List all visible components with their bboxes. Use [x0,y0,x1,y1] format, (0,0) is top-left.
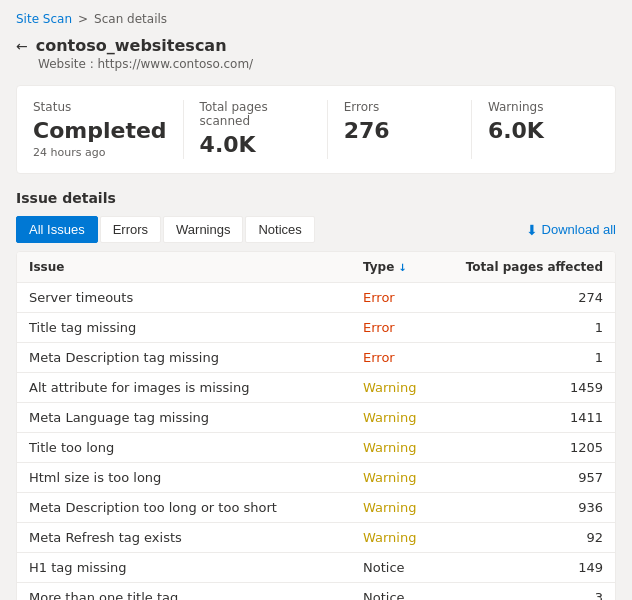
stat-errors-value: 276 [344,118,455,144]
stat-status: Status Completed 24 hours ago [33,100,184,159]
tab-warnings[interactable]: Warnings [163,216,243,243]
issue-type: Notice [363,560,463,575]
issue-pages: 92 [463,530,603,545]
table-row: Meta Language tag missing Warning 1411 [17,403,615,433]
breadcrumb-separator: > [78,12,88,26]
download-label: Download all [542,222,616,237]
issue-pages: 1 [463,320,603,335]
table-row: Meta Refresh tag exists Warning 92 [17,523,615,553]
tab-errors[interactable]: Errors [100,216,161,243]
table-row: Title tag missing Error 1 [17,313,615,343]
table-row: Meta Description tag missing Error 1 [17,343,615,373]
stat-pages-scanned-label: Total pages scanned [200,100,311,128]
stat-warnings: Warnings 6.0K [488,100,599,159]
tabs-row: All Issues Errors Warnings Notices ⬇ Dow… [16,216,616,243]
download-icon: ⬇ [526,222,538,238]
table-row: Title too long Warning 1205 [17,433,615,463]
page-header: ← contoso_websitescan [16,36,616,55]
table-header: Issue Type ↓ Total pages affected [17,252,615,283]
stat-status-sub: 24 hours ago [33,146,167,159]
issue-type: Warning [363,410,463,425]
issue-pages: 1411 [463,410,603,425]
download-all-button[interactable]: ⬇ Download all [526,222,616,238]
issue-type: Warning [363,380,463,395]
issue-name: Meta Description tag missing [29,350,363,365]
col-header-issue: Issue [29,260,363,274]
col-header-type: Type ↓ [363,260,463,274]
issue-type: Warning [363,530,463,545]
table-row: H1 tag missing Notice 149 [17,553,615,583]
issue-pages: 3 [463,590,603,600]
issue-type: Notice [363,590,463,600]
issue-type: Error [363,350,463,365]
stat-warnings-value: 6.0K [488,118,599,144]
stat-pages-scanned-value: 4.0K [200,132,311,158]
stats-card: Status Completed 24 hours ago Total page… [16,85,616,174]
breadcrumb-parent[interactable]: Site Scan [16,12,72,26]
issue-name: Title too long [29,440,363,455]
issue-name: More than one title tag [29,590,363,600]
issue-type: Warning [363,500,463,515]
issue-name: Title tag missing [29,320,363,335]
back-button[interactable]: ← [16,38,28,54]
issue-type: Error [363,320,463,335]
col-header-affected: Total pages affected [463,260,603,274]
issue-details-section: Issue details All Issues Errors Warnings… [16,190,616,600]
stat-errors: Errors 276 [344,100,472,159]
table-row: Server timeouts Error 274 [17,283,615,313]
stat-status-label: Status [33,100,167,114]
issue-pages: 1 [463,350,603,365]
issue-name: Server timeouts [29,290,363,305]
issue-pages: 936 [463,500,603,515]
issue-pages: 1205 [463,440,603,455]
issue-name: Html size is too long [29,470,363,485]
issue-type: Warning [363,470,463,485]
issue-pages: 274 [463,290,603,305]
issue-pages: 1459 [463,380,603,395]
issue-name: Alt attribute for images is missing [29,380,363,395]
stat-warnings-label: Warnings [488,100,599,114]
table-row: Html size is too long Warning 957 [17,463,615,493]
stat-status-value: Completed [33,118,167,144]
issue-type: Error [363,290,463,305]
tabs-container: All Issues Errors Warnings Notices [16,216,315,243]
issue-type: Warning [363,440,463,455]
table-row: Meta Description too long or too short W… [17,493,615,523]
stat-errors-label: Errors [344,100,455,114]
page-title: contoso_websitescan [36,36,227,55]
breadcrumb: Site Scan > Scan details [16,12,616,26]
issue-pages: 957 [463,470,603,485]
issues-table-container: Issue Type ↓ Total pages affected Server… [16,251,616,600]
issue-details-title: Issue details [16,190,616,206]
sort-icon[interactable]: ↓ [398,262,406,273]
tab-notices[interactable]: Notices [245,216,314,243]
issue-name: Meta Refresh tag exists [29,530,363,545]
issue-name: Meta Description too long or too short [29,500,363,515]
tab-all-issues[interactable]: All Issues [16,216,98,243]
table-row: More than one title tag Notice 3 [17,583,615,600]
page-subtitle: Website : https://www.contoso.com/ [38,57,616,71]
table-row: Alt attribute for images is missing Warn… [17,373,615,403]
issue-pages: 149 [463,560,603,575]
breadcrumb-current: Scan details [94,12,167,26]
stat-pages-scanned: Total pages scanned 4.0K [200,100,328,159]
issue-name: Meta Language tag missing [29,410,363,425]
issue-name: H1 tag missing [29,560,363,575]
